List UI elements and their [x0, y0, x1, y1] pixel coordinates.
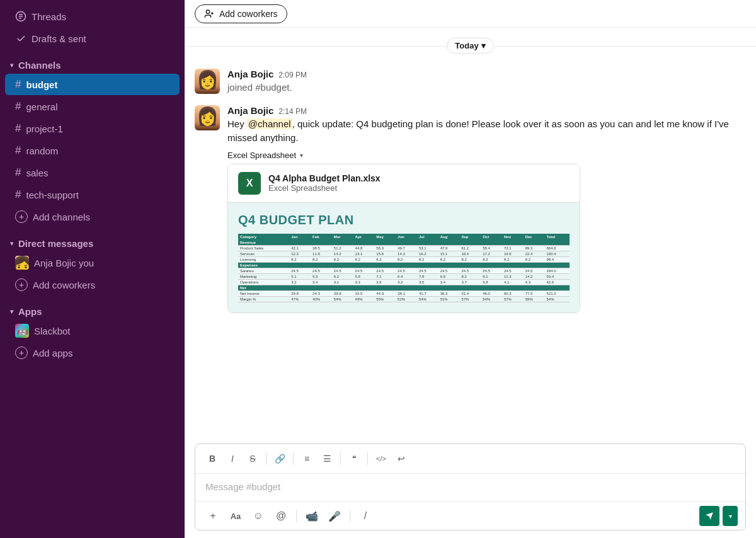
add-coworkers-label: Add coworkers [33, 280, 95, 290]
apps-section-header[interactable]: ▾ Apps [0, 296, 185, 319]
section-label: Net [238, 285, 570, 290]
col-header: Dec [524, 234, 545, 240]
channel-label-general: general [26, 101, 57, 112]
hash-icon-budget: # [15, 78, 21, 91]
bottom-toolbar-right: ▾ [699, 506, 738, 526]
file-card: X Q4 Alpha Budget Plan.xlsx Excel Spread… [227, 164, 580, 313]
spreadsheet-preview: Q4 BUDGET PLAN Category Jan Feb Mar Apr … [228, 202, 580, 312]
send-icon [705, 512, 714, 520]
add-coworkers-button[interactable]: + Add coworkers [5, 274, 180, 295]
sidebar-item-anja[interactable]: Anja Bojic you [5, 252, 180, 273]
sidebar-item-threads[interactable]: Threads [5, 6, 180, 27]
link-button[interactable]: 🔗 [270, 449, 289, 468]
drafts-icon [15, 33, 26, 44]
bold-button[interactable]: B [203, 449, 222, 468]
sidebar-item-budget[interactable]: # budget [5, 74, 180, 95]
sidebar-item-random[interactable]: # random [5, 140, 180, 161]
channel-label-sales: sales [26, 168, 48, 178]
channel-label-random: random [26, 146, 58, 156]
sidebar-item-project1[interactable]: # project-1 [5, 118, 180, 139]
col-header: Category [238, 234, 289, 240]
col-header: Feb [311, 234, 332, 240]
sidebar-item-sales[interactable]: # sales [5, 162, 180, 183]
add-apps-button[interactable]: + Add apps [5, 342, 180, 363]
add-apps-label: Add apps [33, 348, 72, 358]
svg-point-1 [206, 10, 209, 13]
today-arrow: ▾ [481, 41, 486, 50]
add-channels-label: Add channels [33, 212, 90, 222]
attachment-label-text: Excel Spreadsheet [227, 151, 296, 160]
channel-label-tech-support: tech-support [26, 190, 78, 200]
channels-arrow: ▾ [10, 62, 13, 69]
attachment-label[interactable]: Excel Spreadsheet ▾ [227, 151, 746, 160]
sidebar-item-drafts[interactable]: Drafts & sent [5, 28, 180, 49]
table-row: Net Income29.824.339.832.544.938.141.736… [238, 290, 570, 296]
add-channels-button[interactable]: + Add channels [5, 206, 180, 227]
unordered-list-button[interactable]: ☰ [318, 449, 336, 468]
file-card-header: X Q4 Alpha Budget Plan.xlsx Excel Spread… [228, 164, 580, 202]
format-divider-1 [266, 452, 266, 465]
text-format-button[interactable]: Aa [226, 506, 246, 526]
anja-dm-avatar [15, 256, 29, 270]
plus-button[interactable]: + [203, 506, 223, 526]
mention-button[interactable]: @ [271, 506, 291, 526]
table-row: Licensing8.28.28.28.28.28.28.28.28.28.28… [238, 256, 570, 262]
slackbot-label: Slackbot [34, 326, 71, 336]
table-row: Operations3.23.43.13.33.63.23.53.43.73.8… [238, 279, 570, 285]
emoji-button[interactable]: ☺ [248, 506, 268, 526]
avatar-anja-2 [195, 105, 220, 130]
message-input[interactable]: Message #budget [195, 474, 745, 501]
dm-section-label: Direct messages [18, 238, 93, 249]
section-label: Revenue [238, 240, 570, 246]
today-pill[interactable]: Today ▾ [447, 38, 493, 54]
dm-section-header[interactable]: ▾ Direct messages [0, 228, 185, 251]
formatting-toolbar: B I S 🔗 ≡ ☰ ❝ </> ↩ [195, 444, 745, 474]
dm-arrow: ▾ [10, 240, 13, 247]
bottom-toolbar-left: + Aa ☺ @ 📹 🎤 / [203, 506, 375, 526]
sidebar-item-tech-support[interactable]: # tech-support [5, 184, 180, 205]
sidebar-item-slackbot[interactable]: 🤖 Slackbot [5, 320, 180, 341]
hash-icon-sales: # [15, 166, 21, 179]
col-header: Apr [353, 234, 375, 240]
col-header: Jun [396, 234, 417, 240]
table-row: Product Sales42.138.551.244.856.349.753.… [238, 245, 570, 251]
message-author-2: Anja Bojic [227, 105, 273, 116]
hash-icon-tech-support: # [15, 188, 21, 201]
blockquote-button[interactable]: ❝ [345, 449, 364, 468]
send-button[interactable] [699, 506, 719, 526]
ordered-list-button[interactable]: ≡ [297, 449, 316, 468]
dm-list: Anja Bojic you + Add coworkers [0, 251, 185, 296]
channel-mention: @channel [247, 118, 292, 129]
message-group-1: Anja Bojic 2:09 PM joined #budget. [185, 64, 756, 100]
bottom-divider-2 [350, 510, 350, 522]
send-dropdown-button[interactable]: ▾ [723, 506, 738, 526]
hash-icon-random: # [15, 144, 21, 157]
message-time-2: 2:14 PM [278, 107, 307, 116]
format-divider-4 [367, 452, 368, 465]
drafts-label: Drafts & sent [32, 33, 86, 44]
audio-button[interactable]: 🎤 [324, 506, 345, 526]
format-divider-3 [340, 452, 341, 465]
add-coworkers-top-button[interactable]: Add coworkers [195, 4, 287, 23]
bottom-toolbar: + Aa ☺ @ 📹 🎤 / ▾ [195, 501, 745, 530]
file-card-type: Excel Spreadsheet [268, 183, 381, 193]
threads-icon [15, 11, 26, 22]
col-header: Mar [332, 234, 353, 240]
code-button[interactable]: </> [372, 449, 391, 468]
anja-dm-label: Anja Bojic you [34, 258, 94, 268]
table-row: Salaries24.524.524.524.524.524.524.524.5… [238, 268, 570, 273]
section-label: Expenses [238, 262, 570, 268]
bottom-divider-1 [296, 510, 297, 522]
undo-button[interactable]: ↩ [392, 449, 411, 468]
channels-section-header[interactable]: ▾ Channels [0, 50, 185, 73]
add-coworkers-top-label: Add coworkers [219, 9, 278, 19]
message-time-1: 2:09 PM [278, 71, 307, 79]
main-content: Add coworkers Today ▾ Anja Bojic 2:09 PM… [185, 0, 756, 538]
italic-button[interactable]: I [223, 449, 242, 468]
add-coworkers-icon: + [15, 278, 28, 291]
threads-label: Threads [32, 11, 66, 22]
sidebar-item-general[interactable]: # general [5, 96, 180, 117]
strikethrough-button[interactable]: S [243, 449, 262, 468]
video-button[interactable]: 📹 [302, 506, 322, 526]
slash-button[interactable]: / [355, 506, 375, 526]
